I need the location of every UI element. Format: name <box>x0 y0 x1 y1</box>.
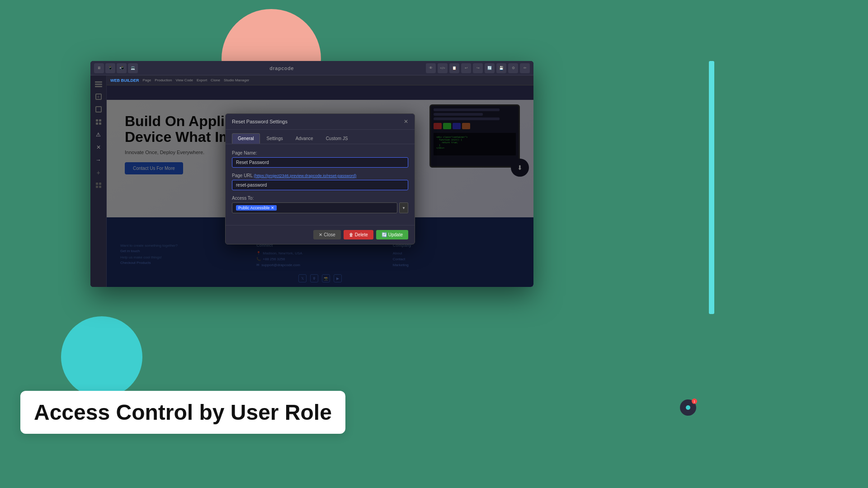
toolbar-logo: drapcode <box>141 66 423 71</box>
nav-export[interactable]: Export <box>197 78 207 82</box>
grid-cell <box>96 122 98 125</box>
sidebar-close[interactable]: ✕ <box>92 142 105 152</box>
decorative-circle-teal <box>61 316 142 398</box>
browser-window: 🖥 📱 📲 💻 drapcode 👁 </> 📋 ↩ ↪ 🔄 💾 ⚙ ✏ + <box>90 61 533 287</box>
sidebar-media[interactable] <box>92 104 105 114</box>
modal-update-button[interactable]: 🔄 Update <box>376 230 408 239</box>
page-url-group: Page URL (https://project2346.preview.dr… <box>232 173 408 190</box>
editor-sidebar: + ⚠ ✕ → + <box>90 75 107 287</box>
add-icon: + <box>95 94 102 100</box>
tag-remove-icon[interactable]: ✕ <box>271 206 274 210</box>
modal-overlay: Reset Password Settings ✕ General Settin… <box>107 100 533 287</box>
grid-cell <box>99 119 101 122</box>
nav-page[interactable]: Page <box>143 78 151 82</box>
tag-dropdown-icon[interactable]: ▼ <box>399 202 408 213</box>
website-preview: Build On Application Device What Imagine… <box>107 100 533 287</box>
view-code-icon[interactable]: 📋 <box>449 63 459 73</box>
modal-footer: ✕ Close 🗑 Delete 🔄 Update <box>226 225 415 244</box>
close-x-icon: ✕ <box>319 232 322 237</box>
access-to-input-row: Public Accessible ✕ ▼ <box>232 202 408 213</box>
sub-toolbar: WEB BUILDER Page Production View Code Ex… <box>107 75 533 85</box>
chat-bubble-dot <box>686 405 690 410</box>
monitor-icon[interactable]: 🖥 <box>94 63 104 73</box>
page-url-label: Page URL (https://project2346.preview.dr… <box>232 173 408 178</box>
toolbar-right-icons: 👁 </> 📋 ↩ ↪ 🔄 💾 ⚙ ✏ <box>426 63 530 73</box>
code-icon[interactable]: </> <box>438 63 448 73</box>
desktop-icon[interactable]: 💻 <box>128 63 138 73</box>
toolbar-left: 🖥 📱 📲 💻 <box>94 63 138 73</box>
modal-title: Reset Password Settings <box>232 119 288 124</box>
modal-header: Reset Password Settings ✕ <box>226 114 415 130</box>
pencil-icon[interactable]: ✏ <box>520 63 530 73</box>
main-content-area: WEB BUILDER Page Production View Code Ex… <box>107 75 533 287</box>
arrow-icon: → <box>96 157 101 163</box>
save-icon[interactable]: 💾 <box>496 63 506 73</box>
nav-clone[interactable]: Clone <box>211 78 220 82</box>
nav-view-code[interactable]: View Code <box>175 78 193 82</box>
tab-custom-js[interactable]: Custom JS <box>320 133 354 144</box>
page-name-input[interactable] <box>232 157 408 168</box>
caption-box: Access Control by User Role <box>20 391 345 434</box>
grid-icon <box>96 119 101 125</box>
redo-icon[interactable]: ↪ <box>473 63 483 73</box>
grid-cell <box>96 119 98 122</box>
warning-icon: ⚠ <box>96 131 101 138</box>
access-to-label: Access To: <box>232 196 408 201</box>
sub-toolbar-nav: Page Production View Code Export Clone S… <box>143 78 250 82</box>
tab-general[interactable]: General <box>232 133 260 144</box>
nav-production[interactable]: Production <box>155 78 172 82</box>
x-icon: ✕ <box>95 144 102 150</box>
modal-close-icon[interactable]: ✕ <box>404 118 408 125</box>
tag-label: Public Accessible <box>238 206 270 210</box>
page-name-group: Page Name: <box>232 150 408 168</box>
modal-body: Page Name: Page URL (https://project2346… <box>226 144 415 225</box>
caption-text: Access Control by User Role <box>34 400 332 424</box>
nav-studio[interactable]: Studio Manager <box>224 78 249 82</box>
sidebar-plus-bottom[interactable]: + <box>92 168 105 178</box>
sidebar-grid[interactable] <box>92 117 105 127</box>
settings-icon[interactable]: ⚙ <box>508 63 518 73</box>
refresh-icon[interactable]: 🔄 <box>485 63 495 73</box>
sidebar-warning[interactable]: ⚠ <box>92 130 105 140</box>
brand-label: WEB BUILDER <box>110 78 139 83</box>
mobile-icon[interactable]: 📲 <box>117 63 127 73</box>
grid-bottom-icon <box>96 183 101 188</box>
modal-delete-button[interactable]: 🗑 Delete <box>344 230 373 239</box>
layers-bar-1 <box>95 81 102 83</box>
plus-icon: + <box>96 169 100 176</box>
sidebar-add[interactable]: + <box>92 92 105 102</box>
delete-icon: 🗑 <box>349 232 354 237</box>
layers-bar-3 <box>95 86 102 87</box>
undo-icon[interactable]: ↩ <box>461 63 471 73</box>
image-icon <box>95 106 102 113</box>
cyan-border-strip <box>709 61 714 314</box>
page-name-label: Page Name: <box>232 150 408 155</box>
access-tag-input[interactable]: Public Accessible ✕ <box>232 202 397 213</box>
tablet-icon[interactable]: 📱 <box>105 63 115 73</box>
update-icon: 🔄 <box>382 232 387 237</box>
grid-cell <box>99 122 101 125</box>
tab-settings[interactable]: Settings <box>261 133 289 144</box>
tab-advance[interactable]: Advance <box>290 133 319 144</box>
sidebar-arrow[interactable]: → <box>92 155 105 165</box>
sidebar-layers[interactable] <box>92 79 105 89</box>
reset-password-modal: Reset Password Settings ✕ General Settin… <box>225 113 415 244</box>
access-to-group: Access To: Public Accessible ✕ ▼ <box>232 196 408 213</box>
chat-bubble[interactable]: 1 <box>680 399 696 416</box>
page-url-input[interactable] <box>232 180 408 190</box>
preview-icon[interactable]: 👁 <box>426 63 436 73</box>
page-url-hint[interactable]: (https://project2346.preview.drapcode.io… <box>254 174 357 178</box>
modal-close-button[interactable]: ✕ Close <box>313 230 341 239</box>
notification-badge: 1 <box>692 399 697 404</box>
sidebar-grid-bottom[interactable] <box>92 180 105 190</box>
browser-toolbar: 🖥 📱 📲 💻 drapcode 👁 </> 📋 ↩ ↪ 🔄 💾 ⚙ ✏ <box>90 61 533 75</box>
public-tag: Public Accessible ✕ <box>236 205 277 211</box>
modal-tabs: General Settings Advance Custom JS <box>226 130 415 144</box>
layers-bar-2 <box>95 84 102 85</box>
